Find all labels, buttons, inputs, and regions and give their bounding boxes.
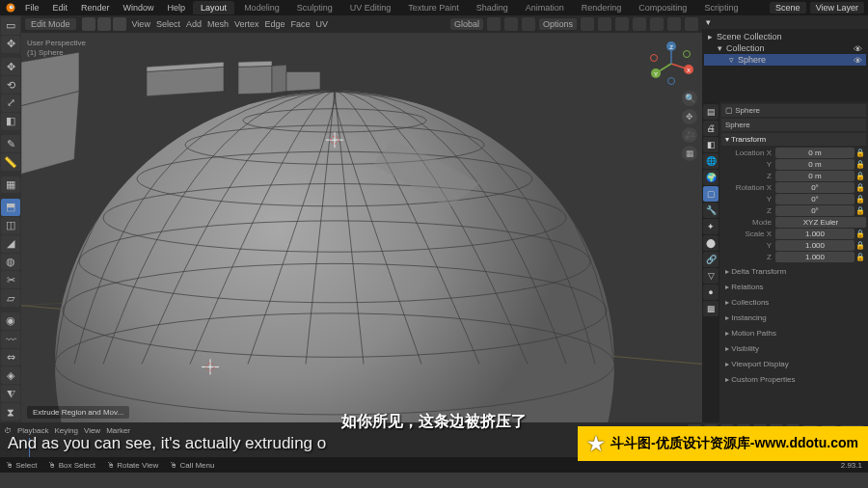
outliner-filter-icon[interactable]: ▾ xyxy=(706,17,711,27)
props-tab-data[interactable]: ▽ xyxy=(703,268,719,284)
vp-menu-select[interactable]: Select xyxy=(156,19,180,29)
options-dropdown[interactable]: Options xyxy=(539,18,577,30)
props-tab-constraints[interactable]: 🔗 xyxy=(703,252,719,267)
tool-annotate[interactable]: ✎ xyxy=(1,135,20,152)
menu-render[interactable]: Render xyxy=(75,3,116,13)
pivot-icon[interactable] xyxy=(487,17,501,31)
shading-solid-icon[interactable] xyxy=(650,17,664,31)
zoom-icon[interactable]: 🔍 xyxy=(682,91,697,106)
snap-icon[interactable] xyxy=(504,17,518,31)
lock-icon[interactable]: 🔒 xyxy=(854,172,866,180)
show-gizmo-icon[interactable] xyxy=(581,17,594,31)
props-tab-physics[interactable]: ⬤ xyxy=(703,235,719,251)
ws-tab-sculpting[interactable]: Sculpting xyxy=(289,1,340,14)
tool-spin[interactable]: ◉ xyxy=(1,312,20,330)
lock-icon[interactable]: 🔒 xyxy=(854,160,866,169)
scene-selector[interactable]: Scene xyxy=(770,2,806,14)
props-tab-output[interactable]: 🖨 xyxy=(703,121,719,136)
props-tab-object[interactable]: ▢ xyxy=(703,186,719,202)
menu-help[interactable]: Help xyxy=(162,3,192,13)
lock-icon[interactable]: 🔒 xyxy=(854,241,866,250)
shading-matprev-icon[interactable] xyxy=(667,17,681,31)
show-overlays-icon[interactable] xyxy=(598,17,611,31)
lock-icon[interactable]: 🔒 xyxy=(854,230,866,238)
delta-transform-header[interactable]: ▸ Delta Transform xyxy=(721,265,866,278)
ws-tab-anim[interactable]: Animation xyxy=(518,1,572,14)
relations-header[interactable]: ▸ Relations xyxy=(721,281,866,293)
lock-icon[interactable]: 🔒 xyxy=(854,195,866,203)
proportional-icon[interactable] xyxy=(522,17,535,31)
menu-file[interactable]: File xyxy=(19,3,45,13)
ws-tab-shading[interactable]: Shading xyxy=(469,1,516,14)
hide-icon[interactable]: 👁 xyxy=(854,44,862,53)
rotation-y-field[interactable]: 0° xyxy=(775,194,854,204)
tool-shear[interactable]: ⧨ xyxy=(1,385,20,402)
rotation-z-field[interactable]: 0° xyxy=(775,205,854,216)
tool-inset[interactable]: ◫ xyxy=(1,217,20,234)
orientation-dropdown[interactable]: Global xyxy=(450,18,483,30)
tool-smooth[interactable]: 〰 xyxy=(1,331,20,348)
rotation-mode-dropdown[interactable]: XYZ Euler xyxy=(775,217,866,228)
ws-tab-script[interactable]: Scripting xyxy=(696,1,746,14)
tool-measure[interactable]: 📏 xyxy=(1,153,20,171)
props-tab-material[interactable]: ● xyxy=(703,285,719,300)
view-layer-selector[interactable]: View Layer xyxy=(810,2,864,14)
shading-render-icon[interactable] xyxy=(685,17,698,31)
scale-z-field[interactable]: 1.000 xyxy=(775,252,854,262)
collections-header[interactable]: ▸ Collections xyxy=(721,296,866,309)
ws-tab-layout[interactable]: Layout xyxy=(193,1,234,14)
props-tab-scene[interactable]: 🌐 xyxy=(703,153,719,169)
shading-wire-icon[interactable] xyxy=(633,17,646,31)
tool-scale[interactable]: ⤢ xyxy=(1,95,20,112)
outliner-collection[interactable]: ▾ Collection 👁 xyxy=(704,42,866,54)
ws-tab-uv[interactable]: UV Editing xyxy=(342,1,399,14)
lock-icon[interactable]: 🔒 xyxy=(854,206,866,215)
vp-menu-face[interactable]: Face xyxy=(290,19,310,29)
props-tab-texture[interactable]: ▩ xyxy=(703,301,719,316)
viewport-display-header[interactable]: ▸ Viewport Display xyxy=(721,358,866,370)
tool-shrink[interactable]: ◈ xyxy=(1,366,20,384)
instancing-header[interactable]: ▸ Instancing xyxy=(721,312,866,324)
tool-bevel[interactable]: ◢ xyxy=(1,235,20,253)
tool-move[interactable]: ✥ xyxy=(1,58,20,75)
tool-extrude[interactable]: ⬒ xyxy=(1,199,20,216)
tool-transform[interactable]: ◧ xyxy=(1,113,20,130)
xray-icon[interactable] xyxy=(615,17,629,31)
vp-menu-vertex[interactable]: Vertex xyxy=(234,19,259,29)
3d-viewport[interactable]: User Perspective (1) Sphere X Y Z 🔍 xyxy=(21,33,702,422)
blender-logo-icon[interactable] xyxy=(4,1,17,14)
rotation-x-field[interactable]: 0° xyxy=(775,182,854,193)
menu-edit[interactable]: Edit xyxy=(47,3,74,13)
select-edge-icon[interactable] xyxy=(97,17,111,31)
lock-icon[interactable]: 🔒 xyxy=(854,149,866,157)
props-breadcrumb-1[interactable]: ▢ Sphere xyxy=(721,104,866,117)
tool-cursor[interactable]: ✥ xyxy=(1,36,20,53)
location-y-field[interactable]: 0 m xyxy=(775,159,854,170)
ws-tab-modeling[interactable]: Modeling xyxy=(236,1,287,14)
location-x-field[interactable]: 0 m xyxy=(775,148,854,158)
lock-icon[interactable]: 🔒 xyxy=(854,253,866,261)
tool-rip[interactable]: ⧗ xyxy=(1,403,20,420)
motion-paths-header[interactable]: ▸ Motion Paths xyxy=(721,327,866,339)
mode-selector[interactable]: Edit Mode xyxy=(25,18,76,30)
tool-add-cube[interactable]: ▦ xyxy=(1,176,20,194)
vp-menu-mesh[interactable]: Mesh xyxy=(207,19,229,29)
tool-polybuild[interactable]: ▱ xyxy=(1,289,20,307)
lock-icon[interactable]: 🔒 xyxy=(854,183,866,192)
props-breadcrumb-2[interactable]: Sphere xyxy=(721,119,866,131)
tool-rotate[interactable]: ⟲ xyxy=(1,76,20,94)
camera-icon[interactable]: 🎥 xyxy=(682,127,697,143)
outliner-item-sphere[interactable]: ▿ Sphere 👁 xyxy=(704,54,866,66)
props-tab-world[interactable]: 🌍 xyxy=(703,170,719,185)
pan-icon[interactable]: ✥ xyxy=(682,109,697,124)
location-z-field[interactable]: 0 m xyxy=(775,171,854,181)
scale-x-field[interactable]: 1.000 xyxy=(775,229,854,239)
props-tab-render[interactable]: ▤ xyxy=(703,104,719,120)
menu-window[interactable]: Window xyxy=(118,3,160,13)
props-tab-modifiers[interactable]: 🔧 xyxy=(703,203,719,218)
perspective-icon[interactable]: ▦ xyxy=(682,146,697,161)
tool-edge-slide[interactable]: ⇔ xyxy=(1,349,20,366)
props-tab-viewlayer[interactable]: ◧ xyxy=(703,137,719,152)
select-vertex-icon[interactable] xyxy=(82,17,95,31)
props-tab-particles[interactable]: ✦ xyxy=(703,219,719,234)
